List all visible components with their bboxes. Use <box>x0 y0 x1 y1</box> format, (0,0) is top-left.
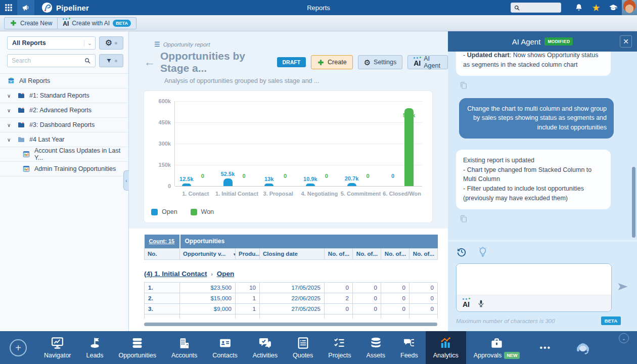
nav-item-projects[interactable]: Projects <box>321 331 358 364</box>
leads-icon <box>88 336 102 350</box>
table-cell: 0 <box>410 303 438 314</box>
chevron-down-icon[interactable]: ∨ <box>7 93 13 99</box>
column-header[interactable]: No. of... <box>353 248 381 259</box>
settings-button[interactable]: ⚙ Settings <box>358 55 403 69</box>
sidebar-item[interactable]: All Reports <box>0 74 128 88</box>
agent-message: Existing report is updated - Chart type … <box>456 150 611 209</box>
chevron-down-icon[interactable]: ∨ <box>7 122 13 128</box>
announcements-icon[interactable] <box>17 0 34 15</box>
sidebar-item[interactable]: Account Class Updates in Last Y... <box>0 147 128 162</box>
ai-agent-button[interactable]: AI AI Agent <box>407 55 448 69</box>
microphone-icon[interactable] <box>477 299 485 308</box>
bar-won[interactable] <box>404 108 414 186</box>
global-search[interactable] <box>511 3 561 13</box>
nav-item-leads[interactable]: Leads <box>79 331 111 364</box>
settings-label: Settings <box>374 59 396 66</box>
app-launcher-icon[interactable] <box>0 0 17 15</box>
support-headset-icon[interactable] <box>563 331 603 364</box>
group-status-link[interactable]: Open <box>217 270 235 278</box>
sidebar-item[interactable]: ∨#4 Last Year <box>0 132 128 147</box>
user-avatar[interactable] <box>622 0 637 15</box>
back-arrow-icon[interactable]: ← <box>144 57 155 68</box>
legend-item[interactable]: Won <box>191 208 214 215</box>
ai-prompt-inputbox[interactable]: AI <box>456 263 612 312</box>
ai-prompt-input[interactable] <box>457 264 611 295</box>
bar-open[interactable] <box>347 183 356 186</box>
table-row[interactable]: 3.$9,000127/05/20250000 <box>145 303 438 314</box>
sidebar-filter-button[interactable] <box>99 54 123 67</box>
nav-item-label: Projects <box>328 352 351 359</box>
bar-open[interactable] <box>223 178 233 186</box>
nav-item-opportunities[interactable]: Opportunities <box>111 331 164 364</box>
nav-item-analytics[interactable]: Analytics <box>426 331 466 364</box>
column-header[interactable]: No. of... <box>325 248 353 259</box>
sidebar-item[interactable]: ∨#1: Standard Reports <box>0 88 128 103</box>
column-header[interactable]: Closing date <box>260 248 325 259</box>
sidebar-settings-button[interactable]: ⚙ <box>99 36 123 50</box>
column-header[interactable]: Opportunity v...▼ <box>180 248 236 259</box>
pipeliner-logo[interactable]: Pipeliner <box>41 2 89 13</box>
horizontal-scrollbar[interactable] <box>144 323 437 326</box>
chevron-down-icon[interactable]: ∨ <box>7 137 13 143</box>
x-axis-label: 5. Commitment <box>341 191 381 197</box>
opportunities-table: 1.$23,5001017/05/202500002.$15,000122/06… <box>144 282 438 319</box>
sidebar-item[interactable]: Admin Training Opportunities <box>0 162 128 176</box>
search-icon <box>514 5 520 11</box>
nav-item-activities[interactable]: Activities <box>245 331 285 364</box>
count-link[interactable]: Count: 15 <box>149 238 175 244</box>
favorites-star-icon[interactable]: ★ <box>587 0 605 15</box>
sidebar-collapse-handle[interactable]: ‹ <box>123 170 129 191</box>
legend-item[interactable]: Open <box>151 208 177 215</box>
create-with-ai-button[interactable]: AI Create with AI BETA <box>58 17 136 29</box>
nav-item-assets[interactable]: Assets <box>358 331 393 364</box>
column-header[interactable]: Produ... <box>236 248 260 259</box>
sidebar-item[interactable]: ∨#2: Advanced Reports <box>0 103 128 118</box>
nav-item-accounts[interactable]: Accounts <box>164 331 205 364</box>
bar-open[interactable] <box>306 184 315 186</box>
create-button[interactable]: Create <box>311 55 353 69</box>
plus-icon <box>317 59 325 66</box>
sidebar-item[interactable]: ∨#3: Dashboard Reports <box>0 118 128 132</box>
collapse-nav-chevron-icon[interactable]: ⌄ <box>619 333 629 343</box>
lightbulb-icon[interactable] <box>477 246 488 257</box>
global-search-input[interactable] <box>520 5 558 11</box>
bar-chart[interactable]: 600k450k300k150k01. Contact12.5k01. Init… <box>174 101 422 186</box>
training-cap-icon[interactable] <box>605 0 622 15</box>
table-row[interactable]: 1.$23,5001017/05/20250000 <box>145 282 438 293</box>
sidebar-search[interactable] <box>7 54 96 67</box>
vertical-scrollbar[interactable] <box>632 167 635 238</box>
create-new-button[interactable]: Create New <box>4 17 58 29</box>
quick-add-icon[interactable]: + <box>10 339 27 356</box>
gridline <box>175 144 422 144</box>
report-filter-select[interactable]: All Reports ⌄ <box>7 36 96 50</box>
bar-value-label: 0 <box>366 173 369 179</box>
table-cell: 0 <box>410 282 438 293</box>
send-icon[interactable] <box>617 281 629 295</box>
nav-item-approvals[interactable]: ApprovalsNEW <box>466 331 528 364</box>
nav-item-navigator[interactable]: Navigator <box>36 331 79 364</box>
table-cell: 0 <box>353 303 381 314</box>
notifications-bell-icon[interactable] <box>570 0 587 15</box>
sidebar-item-label: #4 Last Year <box>29 136 65 143</box>
history-icon[interactable] <box>456 246 467 257</box>
sidebar-search-input[interactable] <box>12 57 84 64</box>
table-cell: 2. <box>145 293 180 303</box>
close-icon[interactable]: ✕ <box>620 35 632 48</box>
y-axis-tick: 600k <box>159 98 171 104</box>
copy-icon[interactable] <box>459 214 468 223</box>
nav-item-contacts[interactable]: Contacts <box>205 331 245 364</box>
chevron-down-icon[interactable]: ∨ <box>7 108 13 113</box>
legend-label: Won <box>201 208 214 215</box>
table-row[interactable]: 2.$15,000122/06/20252000 <box>145 293 438 303</box>
column-header[interactable]: No. <box>145 248 180 259</box>
column-header[interactable]: No. of... <box>410 248 438 259</box>
nav-item-quotes[interactable]: Quotes <box>285 331 321 364</box>
more-menu-icon[interactable]: ••• <box>527 331 563 364</box>
bar-open[interactable] <box>182 184 191 186</box>
nav-item-feeds[interactable]: Feeds <box>393 331 426 364</box>
group-link[interactable]: (4) 1. Initial Contact <box>144 270 207 278</box>
bar-open[interactable] <box>264 184 274 186</box>
copy-icon[interactable] <box>459 81 468 90</box>
ai-icon[interactable]: AI <box>463 299 470 308</box>
column-header[interactable]: No. of... <box>381 248 410 259</box>
